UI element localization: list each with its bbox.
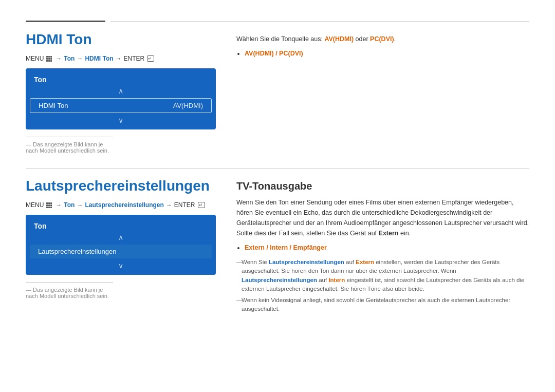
extern-strong: Extern bbox=[379, 230, 399, 237]
lautsp-menu-box: Ton ∧ Lautsprechereinstellungen ∨ bbox=[26, 215, 216, 275]
lautsp-menu-box-header: Ton bbox=[26, 219, 216, 232]
lautsp-arrow2: → bbox=[77, 201, 83, 209]
enter-icon bbox=[147, 55, 154, 62]
hdmi-item-label: HDMI Ton bbox=[39, 102, 68, 109]
section-divider bbox=[26, 168, 529, 169]
hdmi-ton-title: HDMI Ton bbox=[26, 31, 216, 48]
enter-label: ENTER bbox=[124, 55, 145, 62]
lautsp-blue1: Lautsprechereinstellungen bbox=[269, 259, 344, 265]
lautsp-enter-label: ENTER bbox=[174, 201, 195, 209]
divider-thick bbox=[26, 21, 105, 22]
lautsp-left-panel: Lautsprechereinstellungen MENU → Ton → L… bbox=[26, 178, 216, 316]
lautsp-enter-icon bbox=[198, 202, 205, 208]
hdmi-orange1: AV(HDMI) bbox=[324, 35, 354, 43]
hdmi-arrow-down[interactable]: ∨ bbox=[26, 115, 216, 125]
lautsp-arrow1: → bbox=[55, 201, 62, 209]
hdmi-bullet-list: AV(HDMI) / PC(DVI) bbox=[245, 48, 529, 59]
bottom-wrapper: Lautsprechereinstellungen MENU → Ton → L… bbox=[26, 178, 529, 316]
tv-ton-title: TV-Tonausgabe bbox=[236, 180, 529, 192]
hdmi-footnote: Das angezeigte Bild kann je nach Modell … bbox=[26, 137, 113, 154]
tv-ton-note2: Wenn kein Videosignal anliegt, sind sowo… bbox=[236, 296, 529, 314]
lautsp-title: Lautsprechereinstellungen bbox=[26, 178, 216, 194]
tv-ton-bullet-orange: Extern / Intern / Empfänger bbox=[245, 244, 327, 251]
lautsp-arrow-up[interactable]: ∧ bbox=[26, 232, 216, 242]
tv-ton-bullet-list: Extern / Intern / Empfänger bbox=[245, 242, 529, 253]
hdmi-bullet-item: AV(HDMI) / PC(DVI) bbox=[245, 48, 529, 59]
menu-label: MENU bbox=[26, 55, 44, 62]
hdmi-menu-path: MENU → Ton → HDMI Ton → ENTER bbox=[26, 55, 216, 62]
lautsp-footnote: Das angezeigte Bild kann je nach Modell … bbox=[26, 282, 113, 299]
hdmi-section-wrapper: HDMI Ton MENU → Ton → HDMI Ton → ENTER T… bbox=[26, 31, 529, 154]
lautsp-arrow3: → bbox=[166, 201, 172, 209]
lautsp-item-label: Lautsprechereinstellungen bbox=[38, 248, 117, 255]
hdmi-ton-link: HDMI Ton bbox=[85, 55, 113, 62]
lautsp-menu-path: MENU → Ton → Lautsprechereinstellungen →… bbox=[26, 201, 216, 209]
hdmi-right-desc: Wählen Sie die Tonquelle aus: AV(HDMI) o… bbox=[236, 34, 529, 44]
intern-orange: Intern bbox=[328, 277, 345, 283]
hdmi-orange2: PC(DVI) bbox=[370, 35, 394, 43]
lautsp-menu-label: MENU bbox=[26, 201, 44, 209]
lautsp-link: Lautsprechereinstellungen bbox=[85, 201, 163, 209]
tv-ton-bullet-item: Extern / Intern / Empfänger bbox=[245, 242, 529, 253]
top-divider bbox=[26, 21, 529, 22]
hdmi-menu-box: Ton ∧ HDMI Ton AV(HDMI) ∨ bbox=[26, 68, 216, 129]
lautsp-menu-item[interactable]: Lautsprechereinstellungen bbox=[30, 245, 212, 258]
hdmi-bullet-orange: AV(HDMI) / PC(DVI) bbox=[245, 50, 303, 57]
hdmi-right-panel: Wählen Sie die Tonquelle aus: AV(HDMI) o… bbox=[236, 31, 529, 154]
hdmi-menu-box-header: Ton bbox=[26, 72, 216, 86]
tv-ton-note1: Wenn Sie Lautsprechereinstellungen auf E… bbox=[236, 258, 529, 293]
arrow3: → bbox=[116, 55, 122, 62]
arrow1: → bbox=[55, 55, 62, 62]
extern-orange1: Extern bbox=[356, 259, 374, 265]
hdmi-arrow-up[interactable]: ∧ bbox=[26, 86, 216, 96]
menu-grid-icon bbox=[46, 56, 52, 62]
ton-link1: Ton bbox=[64, 55, 75, 62]
tv-ton-panel: TV-Tonausgabe Wenn Sie den Ton einer Sen… bbox=[236, 178, 529, 316]
tv-ton-desc: Wenn Sie den Ton einer Sendung oder eine… bbox=[236, 197, 529, 238]
lautsp-menu-grid-icon bbox=[46, 202, 52, 208]
lautsp-arrow-down[interactable]: ∨ bbox=[26, 260, 216, 271]
lautsp-blue2: Lautsprechereinstellungen bbox=[242, 277, 317, 283]
hdmi-left-panel: HDMI Ton MENU → Ton → HDMI Ton → ENTER T… bbox=[26, 31, 216, 154]
hdmi-menu-item[interactable]: HDMI Ton AV(HDMI) bbox=[30, 98, 212, 113]
hdmi-item-value: AV(HDMI) bbox=[173, 102, 203, 109]
arrow2: → bbox=[77, 55, 83, 62]
divider-thin bbox=[110, 21, 529, 22]
lautsp-ton-link: Ton bbox=[64, 201, 75, 209]
